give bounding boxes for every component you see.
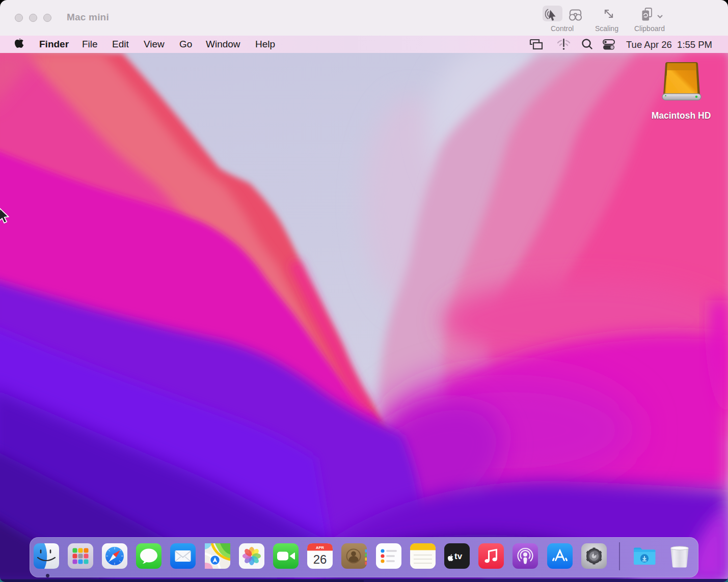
svg-text:APR: APR [316, 545, 324, 550]
svg-text:26: 26 [313, 552, 327, 566]
svg-text:tv: tv [454, 551, 463, 561]
